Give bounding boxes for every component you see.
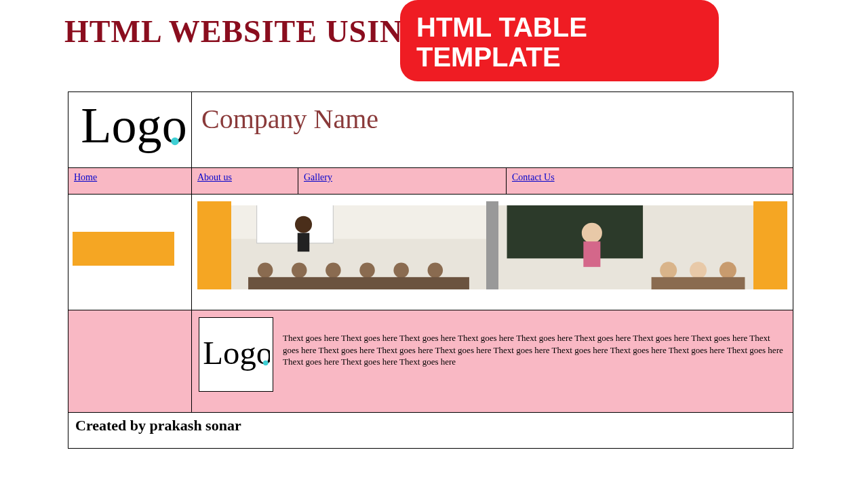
svg-point-10	[359, 263, 375, 279]
orange-strip-right	[753, 201, 787, 289]
content-main-cell: Logo Thext goes here Thext goes here The…	[192, 310, 793, 413]
svg-point-11	[393, 263, 409, 279]
svg-point-16	[582, 223, 602, 243]
layout-table: Logo Company Name Home About us Gallery …	[68, 92, 793, 449]
orange-block	[73, 232, 174, 266]
svg-point-5	[295, 216, 312, 233]
banner-side-cell	[68, 195, 192, 310]
svg-point-9	[326, 263, 341, 279]
nav-about-cell[interactable]: About us	[192, 168, 298, 195]
nav-contact-link[interactable]: Contact Us	[512, 172, 555, 182]
nav-about-link[interactable]: About us	[197, 172, 232, 182]
svg-point-19	[690, 262, 707, 279]
svg-text:Logo: Logo	[203, 335, 270, 371]
nav-contact-cell[interactable]: Contact Us	[507, 168, 793, 195]
banner-photo-1	[231, 205, 486, 289]
svg-point-12	[428, 263, 443, 279]
company-name-cell: Company Name	[192, 92, 793, 168]
orange-strip-left	[197, 201, 231, 289]
banner-divider	[486, 201, 498, 289]
nav-gallery-link[interactable]: Gallery	[304, 172, 332, 182]
banner-photo-2	[498, 205, 753, 289]
banner-main-cell	[192, 195, 793, 310]
svg-rect-15	[507, 205, 644, 258]
svg-point-23	[263, 361, 269, 366]
svg-point-20	[719, 262, 736, 279]
nav-gallery-cell[interactable]: Gallery	[298, 168, 507, 195]
svg-point-1	[171, 138, 178, 145]
footer-text: Created by prakash sonar	[75, 417, 241, 434]
logo-icon: Logo	[74, 96, 186, 161]
nav-home-cell[interactable]: Home	[68, 168, 192, 195]
company-name: Company Name	[201, 103, 783, 135]
content-logo-box: Logo	[199, 317, 273, 392]
badge-line1: HTML TABLE	[416, 12, 703, 42]
svg-rect-17	[583, 241, 600, 267]
svg-point-18	[660, 262, 677, 279]
content-logo-icon: Logo	[202, 321, 270, 388]
footer-cell: Created by prakash sonar	[68, 413, 793, 449]
logo-cell: Logo	[68, 92, 192, 168]
nav-home-link[interactable]: Home	[74, 172, 97, 182]
content-side-cell	[68, 310, 192, 413]
svg-rect-21	[652, 277, 745, 289]
svg-point-7	[258, 263, 273, 279]
svg-rect-4	[257, 205, 334, 243]
svg-rect-6	[298, 233, 310, 252]
page-heading: HTML WEBSITE USING	[64, 14, 428, 49]
badge-line2: TEMPLATE	[416, 42, 703, 72]
svg-text:Logo: Logo	[81, 98, 186, 153]
svg-rect-13	[248, 277, 469, 289]
title-badge: HTML TABLE TEMPLATE	[400, 0, 719, 81]
content-body-text: Thext goes here Thext goes here Thext go…	[283, 317, 786, 368]
svg-point-8	[292, 263, 307, 279]
